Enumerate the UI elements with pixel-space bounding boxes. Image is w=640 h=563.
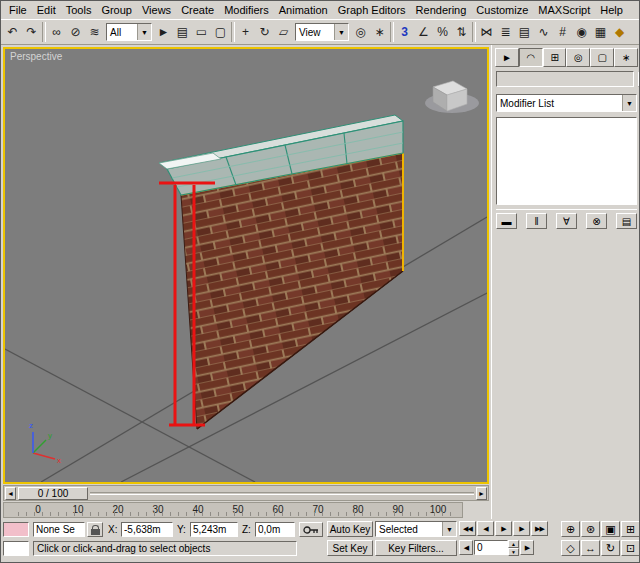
- next-key-icon[interactable]: ▶: [520, 540, 534, 555]
- angle-snap-icon[interactable]: ∠: [414, 22, 433, 42]
- go-to-end-button[interactable]: ▶▶: [531, 521, 548, 536]
- chevron-down-icon[interactable]: ▼: [442, 522, 456, 536]
- tab-motion[interactable]: ◎: [566, 48, 590, 67]
- mirror-icon[interactable]: ⋈: [477, 22, 496, 42]
- render-icon[interactable]: ◆: [610, 22, 629, 42]
- menu-file[interactable]: File: [4, 3, 32, 17]
- zoom-all-icon[interactable]: ⊛: [581, 521, 600, 537]
- use-center-icon[interactable]: ◎: [351, 22, 370, 42]
- make-unique-button[interactable]: ∀: [556, 213, 577, 229]
- menu-customize[interactable]: Customize: [471, 3, 533, 17]
- select-and-manipulate-icon[interactable]: ∗: [370, 22, 389, 42]
- window-crossing-icon[interactable]: ▢: [211, 22, 230, 42]
- menu-tools[interactable]: Tools: [61, 3, 97, 17]
- spinner-snap-icon[interactable]: ⇅: [452, 22, 471, 42]
- frame-spinner[interactable]: ▲ ▼: [508, 540, 519, 555]
- key-filters-button[interactable]: Key Filters...: [375, 540, 457, 556]
- spinner-down-icon[interactable]: ▼: [508, 548, 519, 556]
- undo-icon[interactable]: ↶: [3, 22, 22, 42]
- redo-icon[interactable]: ↷: [22, 22, 41, 42]
- x-coord-field[interactable]: [121, 522, 173, 537]
- tab-display[interactable]: ▢: [590, 48, 614, 67]
- previous-key-icon[interactable]: ◀: [459, 540, 473, 555]
- layer-manager-icon[interactable]: ▤: [515, 22, 534, 42]
- track-bar[interactable]: 0 10 20 30 40 50 60 70 80 90 100: [3, 502, 463, 518]
- menu-animation[interactable]: Animation: [274, 3, 333, 17]
- y-coord-field[interactable]: [190, 522, 238, 537]
- current-frame-field[interactable]: [474, 540, 508, 555]
- zoom-icon[interactable]: ⊕: [561, 521, 580, 537]
- time-slider-left-arrow-icon[interactable]: ◄: [5, 487, 16, 500]
- perspective-viewport[interactable]: Perspective: [3, 47, 489, 484]
- modifier-stack-list[interactable]: [496, 117, 637, 205]
- set-key-button[interactable]: Set Key: [327, 540, 373, 556]
- object-name-field[interactable]: [496, 71, 634, 87]
- menu-group[interactable]: Group: [96, 3, 137, 17]
- select-and-scale-icon[interactable]: ▱: [274, 22, 293, 42]
- cube-gizmo[interactable]: [425, 81, 479, 113]
- time-slider-right-arrow-icon[interactable]: ►: [476, 487, 487, 500]
- arc-rotate-icon[interactable]: ↻: [601, 540, 620, 556]
- select-and-rotate-icon[interactable]: ↻: [255, 22, 274, 42]
- show-end-result-button[interactable]: ‖: [526, 213, 547, 229]
- maximize-viewport-toggle-icon[interactable]: ⊡: [621, 540, 640, 556]
- previous-frame-button[interactable]: ◀: [477, 521, 494, 536]
- next-frame-button[interactable]: ▶: [513, 521, 530, 536]
- set-key-mode-button[interactable]: [299, 522, 323, 537]
- select-and-link-icon[interactable]: ∞: [47, 22, 66, 42]
- percent-snap-icon[interactable]: %: [433, 22, 452, 42]
- brick-wall[interactable]: [181, 153, 403, 429]
- tab-utilities[interactable]: ∗: [614, 48, 638, 67]
- time-slider-track[interactable]: [90, 492, 474, 495]
- snap-toggle-icon[interactable]: 3: [395, 22, 414, 42]
- menu-rendering[interactable]: Rendering: [411, 3, 472, 17]
- menu-create[interactable]: Create: [176, 3, 219, 17]
- select-object-icon[interactable]: ►: [154, 22, 173, 42]
- unlink-selection-icon[interactable]: ⊘: [66, 22, 85, 42]
- field-of-view-icon[interactable]: ◇: [561, 540, 580, 556]
- chevron-down-icon[interactable]: ▼: [622, 95, 636, 111]
- curve-editor-icon[interactable]: ∿: [534, 22, 553, 42]
- zoom-extents-icon[interactable]: ▣: [601, 521, 620, 537]
- tab-modify[interactable]: ◠: [519, 48, 543, 67]
- tab-create[interactable]: ►: [495, 48, 519, 67]
- select-and-move-icon[interactable]: +: [236, 22, 255, 42]
- align-icon[interactable]: ≣: [496, 22, 515, 42]
- play-button[interactable]: ▶: [495, 521, 512, 536]
- mini-listener-script-line[interactable]: [3, 541, 29, 556]
- material-editor-icon[interactable]: ◉: [572, 22, 591, 42]
- spinner-up-icon[interactable]: ▲: [508, 540, 519, 548]
- selection-filter-dropdown[interactable]: All ▼: [106, 23, 152, 41]
- schematic-view-icon[interactable]: #: [553, 22, 572, 42]
- menu-edit[interactable]: Edit: [32, 3, 61, 17]
- menu-modifiers[interactable]: Modifiers: [219, 3, 274, 17]
- pin-stack-button[interactable]: ▬: [496, 213, 517, 229]
- viewport-label[interactable]: Perspective: [10, 51, 62, 62]
- go-to-start-button[interactable]: ◀◀: [459, 521, 476, 536]
- menu-graph-editors[interactable]: Graph Editors: [333, 3, 411, 17]
- menu-views[interactable]: Views: [137, 3, 176, 17]
- named-selection-set-field[interactable]: [33, 522, 85, 537]
- time-slider-handle[interactable]: 0 / 100: [18, 487, 88, 500]
- zoom-extents-all-icon[interactable]: ⊞: [621, 521, 640, 537]
- mini-listener-macro-line[interactable]: [3, 522, 29, 537]
- menu-maxscript[interactable]: MAXScript: [533, 3, 595, 17]
- selection-lock-toggle[interactable]: [87, 522, 103, 537]
- chevron-down-icon[interactable]: ▼: [334, 24, 348, 40]
- key-filter-selected-dropdown[interactable]: Selected ▼: [375, 521, 457, 537]
- chevron-down-icon[interactable]: ▼: [137, 24, 151, 40]
- configure-modifier-sets-button[interactable]: ▤: [616, 213, 637, 229]
- selection-region-icon[interactable]: ▭: [192, 22, 211, 42]
- reference-coordinate-dropdown[interactable]: View ▼: [295, 23, 349, 41]
- select-by-name-icon[interactable]: ▤: [173, 22, 192, 42]
- z-coord-field[interactable]: [255, 522, 295, 537]
- pan-icon[interactable]: ↔: [581, 540, 600, 556]
- remove-modifier-button[interactable]: ⊗: [586, 213, 607, 229]
- menu-help[interactable]: Help: [595, 3, 628, 17]
- bind-to-spacewarp-icon[interactable]: ≋: [85, 22, 104, 42]
- auto-key-button[interactable]: Auto Key: [327, 521, 373, 537]
- time-slider[interactable]: ◄ 0 / 100 ►: [3, 485, 489, 501]
- tab-hierarchy[interactable]: ⊞: [543, 48, 567, 67]
- modifier-list-dropdown[interactable]: Modifier List ▼: [496, 94, 637, 112]
- render-setup-icon[interactable]: ▦: [591, 22, 610, 42]
